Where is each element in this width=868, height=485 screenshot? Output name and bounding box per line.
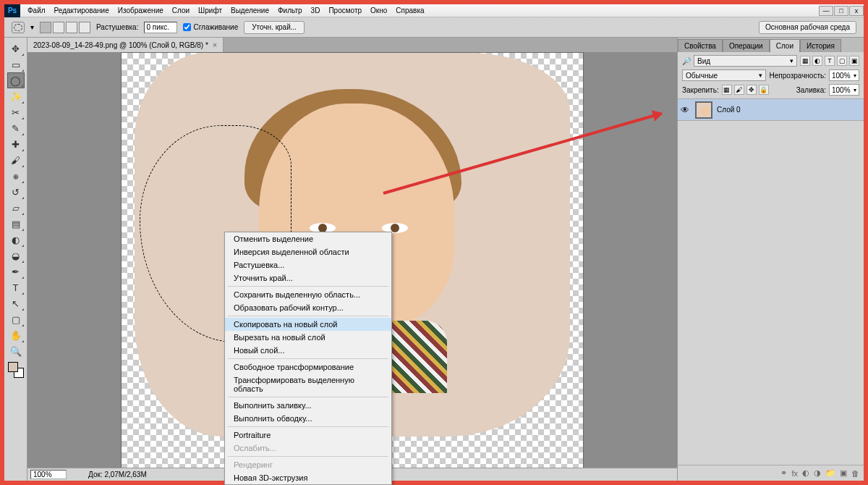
layer-kind-dropdown[interactable]: Вид bbox=[694, 55, 797, 67]
menu-filter[interactable]: Фильтр bbox=[278, 7, 302, 14]
path-tool[interactable]: ↖ bbox=[7, 295, 25, 311]
menu-edit[interactable]: Редактирование bbox=[54, 7, 109, 14]
lock-paint-icon[interactable]: 🖌 bbox=[734, 85, 744, 95]
context-menu-separator bbox=[228, 316, 388, 316]
menu-window[interactable]: Окно bbox=[370, 7, 387, 14]
filter-adjust-icon[interactable]: ◐ bbox=[812, 56, 822, 66]
shape-tool[interactable]: ▢ bbox=[7, 311, 25, 327]
fill-input[interactable]: 100% bbox=[829, 84, 859, 96]
selection-subtract-button[interactable] bbox=[66, 22, 77, 33]
context-menu-item[interactable]: Уточнить край... bbox=[225, 271, 391, 284]
menu-type[interactable]: Шрифт bbox=[198, 7, 222, 14]
group-icon[interactable]: 📁 bbox=[825, 468, 835, 478]
filter-shape-icon[interactable]: ▢ bbox=[837, 56, 847, 66]
blur-tool[interactable]: ◐ bbox=[7, 232, 25, 248]
zoom-tool[interactable]: 🔍 bbox=[7, 343, 25, 359]
move-tool[interactable]: ✥ bbox=[7, 41, 25, 56]
context-menu-item[interactable]: Инверсия выделенной области bbox=[225, 245, 391, 258]
tab-actions[interactable]: Операции bbox=[723, 39, 770, 52]
color-swatches[interactable] bbox=[8, 362, 24, 378]
fg-color-swatch[interactable] bbox=[8, 362, 18, 372]
lasso-tool-icon[interactable] bbox=[12, 22, 25, 33]
context-menu-item[interactable]: Новый слой... bbox=[225, 344, 391, 357]
delete-layer-icon[interactable]: 🗑 bbox=[851, 469, 859, 478]
layer-name[interactable]: Слой 0 bbox=[717, 106, 741, 114]
tab-properties[interactable]: Свойства bbox=[678, 39, 723, 52]
context-menu-item[interactable]: Вырезать на новый слой bbox=[225, 331, 391, 344]
context-menu[interactable]: Отменить выделениеИнверсия выделенной об… bbox=[224, 232, 392, 485]
history-brush-tool[interactable]: ↺ bbox=[7, 184, 25, 200]
text-tool[interactable]: T bbox=[7, 279, 25, 295]
pen-tool[interactable]: ✒ bbox=[7, 263, 25, 279]
lock-all-icon[interactable]: 🔒 bbox=[759, 85, 769, 95]
tab-layers[interactable]: Слои bbox=[770, 39, 800, 52]
brush-tool[interactable]: 🖌 bbox=[7, 152, 25, 168]
dropdown-arrow-icon[interactable]: ▾ bbox=[30, 23, 34, 31]
context-menu-item[interactable]: Выполнить обводку... bbox=[225, 412, 391, 425]
context-menu-item[interactable]: Новая 3D-экструзия bbox=[225, 471, 391, 484]
fx-icon[interactable]: fx bbox=[791, 469, 798, 478]
refine-edge-button[interactable]: Уточн. край... bbox=[244, 21, 305, 34]
filter-smart-icon[interactable]: ▣ bbox=[849, 56, 859, 66]
antialias-check-input[interactable] bbox=[183, 23, 191, 31]
link-layers-icon[interactable]: ⚭ bbox=[780, 468, 787, 478]
document-tab[interactable]: 2023-08-09_14-28-49.png @ 100% (Слой 0, … bbox=[27, 38, 224, 52]
heal-tool[interactable]: ✚ bbox=[7, 136, 25, 152]
filter-type-icon[interactable]: T bbox=[825, 56, 835, 66]
context-menu-item[interactable]: Растушевка... bbox=[225, 258, 391, 271]
zoom-level[interactable]: 100% bbox=[30, 470, 67, 479]
lock-trans-icon[interactable]: ▦ bbox=[722, 85, 732, 95]
context-menu-item[interactable]: Трансформировать выделенную область bbox=[225, 374, 391, 395]
selection-intersect-button[interactable] bbox=[79, 22, 90, 33]
eraser-tool[interactable]: ▱ bbox=[7, 200, 25, 216]
lock-move-icon[interactable]: ✥ bbox=[746, 85, 757, 95]
menu-help[interactable]: Справка bbox=[396, 7, 424, 14]
menu-select[interactable]: Выделение bbox=[231, 7, 269, 14]
antialias-checkbox[interactable]: Сглаживание bbox=[183, 23, 238, 31]
toolbox: ✥ ▭ ◯ ✨ ✂ ✎ ✚ 🖌 ⎈ ↺ ▱ ▤ ◐ ◒ ✒ T ↖ ▢ ✋ 🔍 bbox=[4, 38, 27, 481]
selection-new-button[interactable] bbox=[40, 22, 51, 33]
filter-pixel-icon[interactable]: ▦ bbox=[800, 56, 810, 66]
tab-history[interactable]: История bbox=[800, 39, 841, 52]
context-menu-item[interactable]: Свободное трансформирование bbox=[225, 360, 391, 374]
context-menu-item[interactable]: Образовать рабочий контур... bbox=[225, 301, 391, 314]
search-icon[interactable]: 🔎 bbox=[682, 57, 691, 65]
marquee-tool[interactable]: ▭ bbox=[7, 56, 25, 72]
menu-layers[interactable]: Слои bbox=[172, 7, 190, 14]
eyedropper-tool[interactable]: ✎ bbox=[7, 120, 25, 136]
close-button[interactable]: x bbox=[849, 6, 864, 16]
layer-row[interactable]: 👁 Слой 0 bbox=[678, 99, 864, 121]
magic-wand-tool[interactable]: ✨ bbox=[7, 88, 25, 104]
feather-input[interactable] bbox=[144, 22, 177, 33]
lasso-tool[interactable]: ◯ bbox=[7, 72, 25, 88]
layer-thumbnail[interactable] bbox=[695, 101, 712, 119]
menu-file[interactable]: Файл bbox=[27, 7, 46, 14]
selection-add-button[interactable] bbox=[53, 22, 64, 33]
menu-view[interactable]: Просмотр bbox=[328, 7, 362, 14]
visibility-eye-icon[interactable]: 👁 bbox=[681, 105, 691, 115]
layer-list: 👁 Слой 0 bbox=[678, 99, 864, 465]
adjustment-icon[interactable]: ◑ bbox=[814, 468, 821, 478]
maximize-button[interactable]: □ bbox=[834, 6, 848, 16]
context-menu-item[interactable]: Скопировать на новый слой bbox=[225, 318, 391, 331]
minimize-button[interactable]: — bbox=[819, 6, 833, 16]
context-menu-item[interactable]: Portraiture bbox=[225, 429, 391, 442]
lock-icons: ▦ 🖌 ✥ 🔒 bbox=[722, 85, 769, 95]
layer-filter-icons: ▦ ◐ T ▢ ▣ bbox=[800, 56, 859, 66]
menu-3d[interactable]: 3D bbox=[311, 7, 320, 14]
blend-mode-dropdown[interactable]: Обычные bbox=[682, 69, 766, 81]
opacity-input[interactable]: 100% bbox=[829, 69, 859, 81]
close-tab-icon[interactable]: × bbox=[213, 41, 217, 49]
gradient-tool[interactable]: ▤ bbox=[7, 216, 25, 232]
context-menu-item[interactable]: Отменить выделение bbox=[225, 232, 391, 245]
mask-icon[interactable]: ◐ bbox=[802, 468, 809, 478]
context-menu-item[interactable]: Сохранить выделенную область... bbox=[225, 288, 391, 301]
context-menu-item[interactable]: Выполнить заливку... bbox=[225, 399, 391, 412]
crop-tool[interactable]: ✂ bbox=[7, 104, 25, 120]
hand-tool[interactable]: ✋ bbox=[7, 327, 25, 343]
stamp-tool[interactable]: ⎈ bbox=[7, 168, 25, 184]
workspace-button[interactable]: Основная рабочая среда bbox=[759, 21, 856, 34]
menu-image[interactable]: Изображение bbox=[118, 7, 163, 14]
new-layer-icon[interactable]: ▣ bbox=[840, 468, 847, 478]
dodge-tool[interactable]: ◒ bbox=[7, 248, 25, 263]
